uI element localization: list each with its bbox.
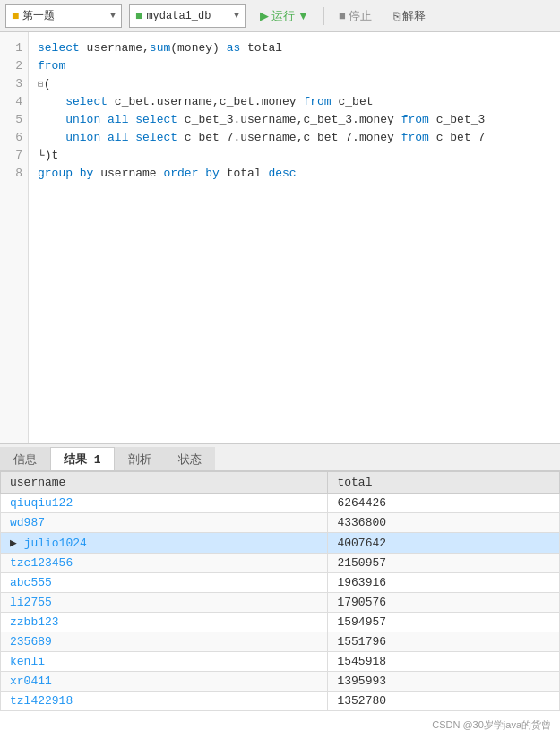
run-label: 运行: [271, 8, 295, 24]
table-row[interactable]: ▶ julio10244007642: [1, 533, 560, 554]
cell-username: zzbb123: [1, 613, 328, 632]
row-indicator: ▶: [10, 537, 24, 550]
schema-selector[interactable]: ■ mydata1_db ▼: [129, 4, 246, 28]
cell-total: 4007642: [328, 533, 560, 554]
cell-total: 1551796: [328, 632, 560, 652]
cell-total: 6264426: [328, 494, 560, 513]
cell-total: 1594957: [328, 613, 560, 632]
cell-username: 235689: [1, 632, 328, 652]
table-row[interactable]: li27551790576: [1, 593, 560, 613]
run-icon: ▶: [260, 9, 269, 22]
table-row[interactable]: tzl4229181352780: [1, 692, 560, 711]
stop-button[interactable]: ■ 停止: [332, 4, 379, 28]
explain-icon: ⎘: [393, 10, 400, 22]
cell-username: tzc123456: [1, 554, 328, 573]
cell-username: tzl422918: [1, 692, 328, 711]
col-header-username: username: [1, 472, 328, 494]
cell-username: ▶ julio1024: [1, 533, 328, 554]
schema-label: mydata1_db: [146, 10, 230, 22]
table-row[interactable]: abc5551963916: [1, 573, 560, 593]
cell-total: 1545918: [328, 652, 560, 672]
col-header-total: total: [328, 472, 560, 494]
table-body: qiuqiu1226264426wd9874336800▶ julio10244…: [1, 494, 560, 711]
cell-total: 1790576: [328, 593, 560, 613]
cell-username: xr0411: [1, 672, 328, 692]
table-header: username total: [1, 472, 560, 494]
cell-username: li2755: [1, 593, 328, 613]
stop-label: 停止: [349, 8, 372, 24]
cell-total: 2150957: [328, 554, 560, 573]
table-row[interactable]: wd9874336800: [1, 513, 560, 533]
cell-total: 4336800: [328, 513, 560, 533]
table-row[interactable]: zzbb1231594957: [1, 613, 560, 632]
code-editor[interactable]: 1 2 3 4 5 6 7 8 select username,sum(mone…: [0, 32, 560, 444]
table-row[interactable]: xr04111395993: [1, 672, 560, 692]
table-row[interactable]: kenli1545918: [1, 652, 560, 672]
watermark: CSDN @30岁学java的货曾: [432, 718, 551, 732]
explain-label: 解释: [402, 8, 426, 24]
schema-arrow-icon: ▼: [234, 11, 239, 21]
result-tabs: 信息 结果 1 剖析 状态: [0, 444, 560, 471]
schema-icon: ■: [135, 9, 142, 23]
cell-total: 1352780: [328, 692, 560, 711]
table-row[interactable]: 2356891551796: [1, 632, 560, 652]
stop-icon: ■: [339, 9, 346, 22]
table-row[interactable]: qiuqiu1226264426: [1, 494, 560, 513]
table-row[interactable]: tzc1234562150957: [1, 554, 560, 573]
db-arrow-icon: ▼: [110, 11, 116, 21]
cell-username: wd987: [1, 513, 328, 533]
line-numbers: 1 2 3 4 5 6 7 8: [0, 32, 29, 443]
results-table: username total qiuqiu1226264426wd9874336…: [0, 471, 560, 711]
cell-total: 1963916: [328, 573, 560, 593]
run-button[interactable]: ▶ 运行 ▼: [253, 4, 316, 28]
cell-username: kenli: [1, 652, 328, 672]
cell-username: qiuqiu122: [1, 494, 328, 513]
explain-button[interactable]: ⎘ 解释: [386, 4, 433, 28]
cell-total: 1395993: [328, 672, 560, 692]
results-table-container[interactable]: username total qiuqiu1226264426wd9874336…: [0, 471, 560, 739]
divider: [323, 7, 324, 25]
tab-result1[interactable]: 结果 1: [50, 447, 115, 470]
code-text[interactable]: select username,sum(money) as total from…: [29, 32, 560, 443]
run-arrow: ▼: [297, 9, 309, 22]
database-icon: ■: [12, 9, 19, 23]
tab-profile[interactable]: 剖析: [115, 447, 165, 470]
db-label: 第一题: [22, 8, 107, 23]
toolbar: ■ 第一题 ▼ ■ mydata1_db ▼ ▶ 运行 ▼ ■ 停止 ⎘ 解释: [0, 0, 560, 32]
tab-status[interactable]: 状态: [165, 447, 215, 470]
db-selector[interactable]: ■ 第一题 ▼: [5, 4, 122, 28]
cell-username: abc555: [1, 573, 328, 593]
tab-info[interactable]: 信息: [0, 447, 50, 470]
